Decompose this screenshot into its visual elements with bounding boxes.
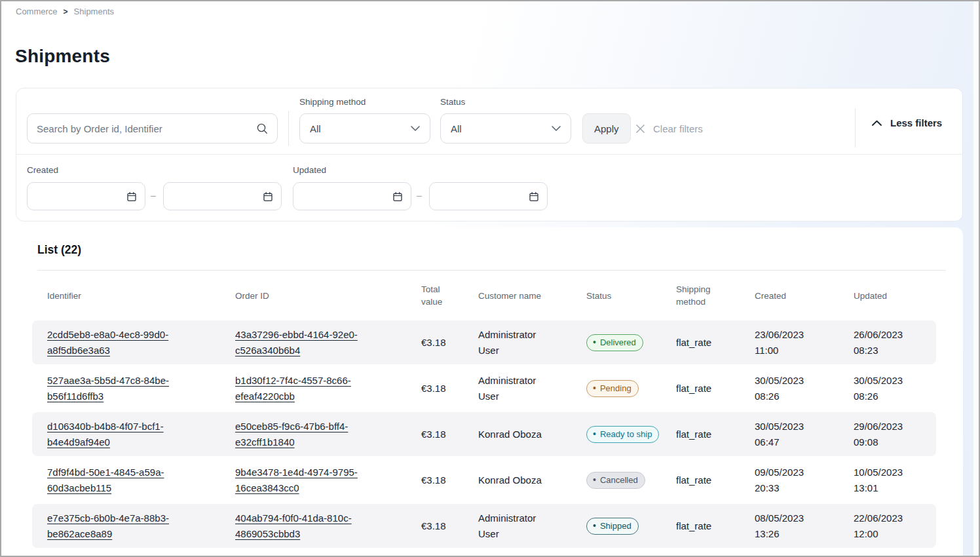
order-id-cell: b1d30f12-7f4c-4557-8c66-efeaf4220cbb (235, 373, 421, 404)
shipping-method-select[interactable]: All (299, 113, 430, 144)
status-badge: • Shipped (586, 518, 639, 535)
apply-button[interactable]: Apply (582, 113, 631, 144)
table-row: 2cdd5eb8-e8a0-4ec8-99d0-a8f5db6e3a63 43a… (32, 320, 936, 364)
order-id-link[interactable]: b1d30f12-7f4c-4557-8c66-efeaf4220cbb (235, 373, 392, 404)
identifier-cell: e7e375cb-6b0b-4e7a-88b3-be862ace8a89 (47, 510, 235, 542)
identifier-cell: d106340b-b4b8-4f07-bcf1-b4e4d9af94e0 (47, 419, 235, 450)
total-value-cell: €3.18 (421, 472, 478, 488)
order-id-cell: 404ab794-f0f0-41da-810c-4869053cbbd3 (235, 510, 421, 542)
status-dot-icon: • (593, 385, 596, 391)
shipping-method-cell: flat_rate (676, 335, 755, 351)
total-value-cell: €3.18 (421, 335, 478, 351)
customer-name-cell: Administrator User (478, 510, 586, 542)
table-row: d106340b-b4b8-4f07-bcf1-b4e4d9af94e0 e50… (32, 412, 936, 456)
less-filters-toggle[interactable]: Less filters (871, 117, 942, 128)
total-value-cell: €3.18 (421, 381, 478, 396)
status-label: Ready to ship (600, 429, 652, 440)
shipments-table-body: 2cdd5eb8-e8a0-4ec8-99d0-a8f5db6e3a63 43a… (32, 320, 936, 550)
order-id-link[interactable]: e50ceb85-f9c6-47b6-bff4-e32cff1b1840 (235, 419, 392, 450)
column-header-updated: Updated (854, 290, 936, 302)
updated-cell: 22/06/2023 12:00 (854, 510, 936, 542)
customer-name-cell: Konrad Oboza (478, 472, 586, 488)
shipments-list-panel: List (22) Identifier Order ID Total valu… (16, 227, 963, 557)
calendar-icon[interactable] (263, 191, 273, 202)
clear-filters-label: Clear filters (653, 123, 703, 134)
scrollbar-track[interactable] (973, 1, 979, 556)
breadcrumb-separator-icon: > (64, 7, 68, 16)
shipping-method-cell: flat_rate (676, 472, 755, 488)
calendar-icon[interactable] (529, 191, 539, 202)
identifier-link[interactable]: 7df9f4bd-50e1-4845-a59a-60d3acbeb115 (47, 465, 204, 496)
order-id-cell: 43a37296-ebbd-4164-92e0-c526a340b6b4 (235, 327, 421, 358)
identifier-link[interactable]: e7e375cb-6b0b-4e7a-88b3-be862ace8a89 (47, 510, 204, 542)
search-input[interactable] (37, 123, 256, 134)
created-cell: 23/06/2023 11:00 (755, 327, 854, 358)
created-to-input[interactable] (178, 191, 263, 202)
column-header-customer-name: Customer name (478, 290, 586, 302)
updated-cell: 26/06/2023 08:23 (854, 327, 936, 358)
status-dot-icon: • (593, 431, 596, 437)
column-header-created: Created (755, 290, 854, 302)
status-filter-value: All (451, 123, 462, 134)
status-select[interactable]: All (440, 113, 571, 144)
table-row: 527aae3a-5b5d-47c8-84be-b56f11d6ffb3 b1d… (32, 366, 936, 410)
updated-from-input[interactable] (307, 191, 392, 202)
customer-name-cell: Administrator User (478, 373, 586, 404)
created-cell: 08/05/2023 13:26 (755, 510, 854, 542)
status-label: Cancelled (600, 474, 638, 486)
total-value-cell: €3.18 (421, 427, 478, 442)
column-header-total-value: Total value (421, 283, 478, 308)
date-range-dash: – (151, 190, 156, 201)
updated-to-input[interactable] (443, 191, 529, 202)
shipping-method-cell: flat_rate (676, 427, 755, 442)
identifier-link[interactable]: d106340b-b4b8-4f07-bcf1-b4e4d9af94e0 (47, 419, 204, 450)
clear-x-icon (635, 123, 646, 134)
created-from-wrapper (27, 182, 145, 210)
shipments-page: { "breadcrumb": { "items": ["Commerce", … (0, 0, 980, 557)
created-cell: 30/05/2023 08:26 (755, 373, 854, 404)
calendar-icon[interactable] (126, 191, 137, 202)
identifier-link[interactable]: 527aae3a-5b5d-47c8-84be-b56f11d6ffb3 (47, 373, 204, 404)
updated-cell: 29/06/2023 09:08 (854, 419, 936, 450)
search-icon (256, 123, 268, 134)
created-from-input[interactable] (41, 191, 126, 202)
status-badge: • Pending (586, 380, 639, 397)
updated-from-wrapper (293, 182, 411, 210)
updated-cell: 10/05/2023 13:01 (854, 465, 936, 496)
order-id-link[interactable]: 43a37296-ebbd-4164-92e0-c526a340b6b4 (235, 327, 392, 358)
status-dot-icon: • (593, 522, 596, 529)
created-to-wrapper (163, 182, 282, 210)
status-label: Delivered (600, 337, 636, 348)
chevron-up-icon (871, 120, 882, 126)
identifier-link[interactable]: 2cdd5eb8-e8a0-4ec8-99d0-a8f5db6e3a63 (47, 327, 204, 358)
status-filter-label: Status (440, 97, 465, 107)
chevron-down-icon (552, 126, 561, 131)
status-badge: • Delivered (586, 334, 643, 351)
status-badge: • Ready to ship (586, 426, 659, 443)
shipping-method-cell: flat_rate (676, 381, 755, 396)
breadcrumb-shipments: Shipments (74, 7, 114, 16)
created-filter-label: Created (27, 165, 58, 175)
shipping-method-label: Shipping method (299, 97, 366, 107)
clear-filters-button[interactable]: Clear filters (635, 113, 703, 144)
updated-to-wrapper (429, 182, 548, 210)
updated-filter-label: Updated (293, 165, 326, 175)
column-header-shipping-method: Shipping method (676, 283, 755, 308)
order-id-link[interactable]: 9b4e3478-1e4d-4974-9795-16cea3843cc0 (235, 465, 392, 496)
order-id-link[interactable]: 404ab794-f0f0-41da-810c-4869053cbbd3 (235, 510, 392, 542)
customer-name-cell: Administrator User (478, 327, 586, 358)
less-filters-label: Less filters (890, 117, 942, 128)
status-cell: • Ready to ship (586, 426, 676, 443)
identifier-cell: 7df9f4bd-50e1-4845-a59a-60d3acbeb115 (47, 465, 235, 496)
breadcrumb-commerce[interactable]: Commerce (16, 7, 58, 16)
filters-row-dates: Created Updated – (16, 155, 962, 221)
table-row: e7e375cb-6b0b-4e7a-88b3-be862ace8a89 404… (32, 504, 936, 548)
calendar-icon[interactable] (392, 191, 403, 202)
status-cell: • Shipped (586, 518, 676, 535)
column-header-status: Status (586, 290, 676, 302)
updated-cell: 30/05/2023 08:26 (854, 373, 936, 404)
status-label: Shipped (600, 520, 631, 531)
column-header-identifier: Identifier (47, 290, 235, 302)
filters-row-primary: Shipping method All Status All Apply (16, 88, 962, 155)
status-dot-icon: • (593, 339, 596, 345)
